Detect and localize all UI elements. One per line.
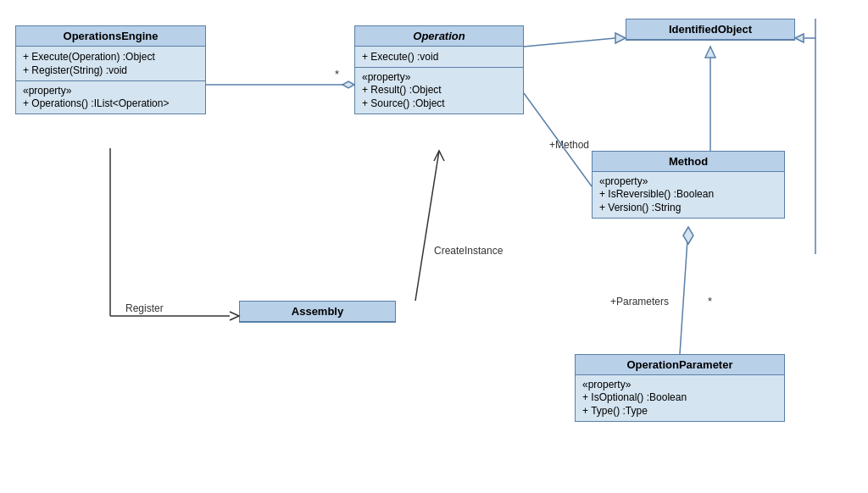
method-item: + Execute() :void bbox=[362, 50, 516, 64]
property-item: + IsOptional() :Boolean bbox=[582, 391, 777, 404]
class-method: Method «property» + IsReversible() :Bool… bbox=[592, 151, 785, 219]
create-instance-arrow bbox=[434, 151, 444, 161]
aggregation-diamond bbox=[342, 81, 354, 88]
class-operation-parameter: OperationParameter «property» + IsOption… bbox=[575, 354, 785, 422]
param-diamond bbox=[683, 227, 693, 244]
class-operation-parameter-header: OperationParameter bbox=[576, 355, 784, 375]
register-label: Register bbox=[125, 302, 164, 314]
create-instance-label: CreateInstance bbox=[434, 245, 504, 257]
class-operation-methods: + Execute() :void bbox=[355, 47, 523, 68]
stereotype-label: «property» bbox=[582, 379, 777, 391]
mult-label: * bbox=[335, 68, 339, 80]
svg-line-6 bbox=[524, 38, 615, 47]
stereotype-label: «property» bbox=[599, 175, 777, 187]
class-title: OperationParameter bbox=[627, 358, 733, 371]
class-title: IdentifiedObject bbox=[669, 23, 752, 36]
class-title: Method bbox=[669, 155, 708, 168]
stereotype-label: «property» bbox=[362, 71, 516, 83]
class-assembly-header: Assembly bbox=[240, 302, 395, 322]
class-operations-engine-methods: + Execute(Operation) :Object + Register(… bbox=[16, 47, 205, 81]
inheritance-arrow bbox=[615, 33, 626, 43]
class-operations-engine-properties: «property» + Operations() :IList<Operati… bbox=[16, 81, 205, 114]
method-inherit-arrow bbox=[705, 47, 715, 58]
class-operation-parameter-properties: «property» + IsOptional() :Boolean + Typ… bbox=[576, 375, 784, 421]
class-title: OperationsEngine bbox=[64, 30, 159, 42]
class-assembly: Assembly bbox=[239, 301, 396, 323]
parameters-mult: * bbox=[708, 295, 712, 307]
parameters-label: +Parameters bbox=[610, 296, 669, 307]
property-item: + Type() :Type bbox=[582, 404, 777, 418]
class-identified-object-header: IdentifiedObject bbox=[626, 19, 794, 40]
class-title: Operation bbox=[413, 30, 465, 42]
diagram-container: OperationsEngine + Execute(Operation) :O… bbox=[0, 0, 868, 493]
class-operation: Operation + Execute() :void «property» +… bbox=[354, 25, 524, 114]
method-item: + Execute(Operation) :Object bbox=[23, 50, 198, 64]
class-method-properties: «property» + IsReversible() :Boolean + V… bbox=[593, 172, 784, 218]
property-item: + IsReversible() :Boolean bbox=[599, 187, 777, 201]
property-item: + Operations() :IList<Operation> bbox=[23, 97, 198, 110]
property-item: + Version() :String bbox=[599, 201, 777, 214]
method-item: + Register(String) :void bbox=[23, 64, 198, 77]
svg-line-14 bbox=[415, 151, 439, 301]
class-operations-engine-header: OperationsEngine bbox=[16, 26, 205, 47]
class-operation-header: Operation bbox=[355, 26, 523, 47]
class-operations-engine: OperationsEngine + Execute(Operation) :O… bbox=[15, 25, 206, 114]
property-item: + Source() :Object bbox=[362, 97, 516, 110]
class-operation-properties: «property» + Result() :Object + Source()… bbox=[355, 68, 523, 114]
class-title: Assembly bbox=[292, 305, 343, 318]
svg-line-11 bbox=[680, 227, 688, 354]
stereotype-label: «property» bbox=[23, 85, 198, 97]
class-identified-object: IdentifiedObject bbox=[626, 19, 795, 41]
inheritance-right-arrow bbox=[795, 34, 804, 42]
method-label: +Method bbox=[549, 139, 589, 151]
svg-line-10 bbox=[524, 93, 592, 186]
class-method-header: Method bbox=[593, 152, 784, 172]
property-item: + Result() :Object bbox=[362, 83, 516, 97]
register-arrow bbox=[230, 312, 239, 320]
